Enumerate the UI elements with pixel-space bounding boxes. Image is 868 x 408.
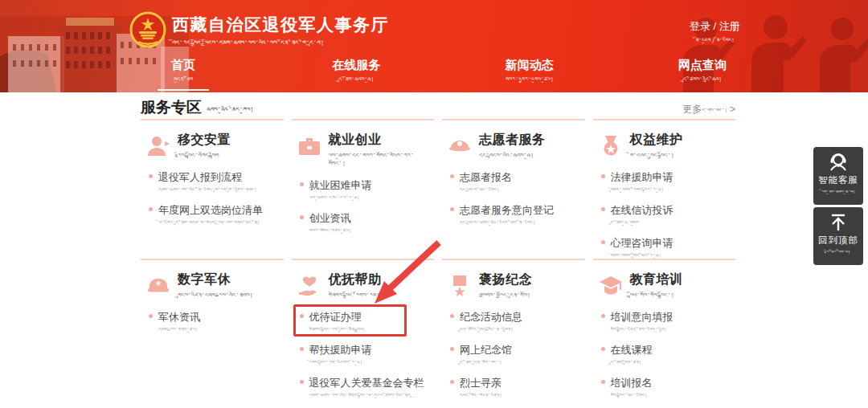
bullet-icon bbox=[300, 215, 304, 219]
card-links: 退役军人报到流程དམག་ཞབས་ལས་པའི་ཐོ་འགོད་བྱ་རིམ་གྱ… bbox=[149, 169, 279, 226]
service-card-1: 移交安置 རྩིས་སྤྲོད་བཀོད་སྒྲིག 退役军人报到流程དམག་ཞ… bbox=[141, 119, 284, 259]
link-label: 军休资讯 bbox=[158, 311, 200, 323]
card-link[interactable]: 心理咨询申请སེམས་ཁམས་གྲོས་མོལ་རེ་ཞུ། bbox=[601, 235, 731, 259]
nav-tibetan: དྲ་ཚིགས་འདྲི་ཞིབ། bbox=[677, 76, 728, 84]
link-label: 网上纪念馆 bbox=[460, 344, 512, 356]
nav-tibetan: དྲ་ཐོག་ཞབས་ཞུ། bbox=[330, 76, 382, 84]
volunteer-cap-icon bbox=[447, 133, 473, 159]
nav-label: 首页 bbox=[158, 58, 209, 73]
card-link[interactable]: 志愿者服务意向登记དང་བླངས་ཞབས་ཞུའི་འདོད་མོས་ཐོ་འག… bbox=[450, 202, 580, 226]
memorial-medal-icon bbox=[447, 273, 473, 299]
card-link[interactable]: 志愿者报名དང་བླངས་མིང་འགོད། bbox=[450, 169, 580, 194]
card-link[interactable]: 纪念活动信息དྲན་གསོའི་བྱེད་སྒོའི་ཆ་འཕྲིན། bbox=[450, 309, 580, 333]
link-label: 志愿者服务意向登记 bbox=[460, 204, 554, 216]
card-head: 褒扬纪念 བསྔགས་བརྗོད་དྲན་གསོ། bbox=[447, 271, 580, 300]
link-label: 帮扶援助申请 bbox=[309, 344, 372, 356]
bullet-icon bbox=[601, 314, 605, 318]
nav-item-online-services[interactable]: 在线服务 དྲ་ཐོག་ཞབས་ཞུ། bbox=[330, 58, 382, 91]
card-title-tibetan: སློབ་གསོ་གསོ་སྦྱོང་། bbox=[630, 292, 683, 300]
bullet-icon bbox=[450, 347, 454, 351]
card-title-tibetan: ལས་ཞུགས་དང་གསར་གཏོད་གཉིས་ཀར་གཏོང་། bbox=[329, 152, 430, 168]
link-label: 退役军人关爱基金会专栏 bbox=[309, 377, 424, 389]
bullet-icon bbox=[149, 314, 153, 318]
nav-label: 网点查询 bbox=[677, 58, 728, 73]
card-link[interactable]: 帮扶援助申请རོགས་སྐྱོར་རམ་འདེགས་རེ་ཞུ། bbox=[300, 342, 430, 366]
bullet-icon bbox=[450, 314, 454, 318]
card-link[interactable]: 优待证办理གཟིགས་སྐྱོང་ལག་ཁྱེར་བཟོ་སྒྲུབ། bbox=[300, 309, 430, 333]
nav-item-news[interactable]: 新闻动态 གསར་འགྱུར་འགུལ་ཚུལ། bbox=[504, 58, 555, 91]
link-label: 在线课程 bbox=[611, 344, 653, 356]
main-nav: 首页 མདུན་ཤོག 在线服务 དྲ་ཐོག་ཞབས་ཞུ། 新闻动态 གསར… bbox=[158, 58, 728, 91]
card-link[interactable]: 烈士寻亲དཔའ་བོའི་གཉེན་འཚོལ། bbox=[450, 375, 580, 399]
bullet-icon bbox=[300, 380, 304, 384]
nav-tibetan: གསར་འགྱུར་འགུལ་ཚུལ། bbox=[504, 76, 555, 84]
card-links: 志愿者报名དང་བླངས་མིང་འགོད།志愿者服务意向登记དང་བླངས་ཞ… bbox=[450, 169, 580, 226]
bullet-icon bbox=[601, 174, 605, 178]
card-links: 法律援助申请ཁྲིམས་ལུགས་རོགས་སྐྱོར་རེ་ཞུ།在线信访投诉… bbox=[601, 169, 731, 259]
briefcase-icon bbox=[297, 133, 322, 159]
card-link[interactable]: 网上纪念馆དྲ་ཐོག་དྲན་གསོ་ཁང་། bbox=[450, 342, 580, 366]
login-register-link[interactable]: 登录 / 注册 ཐོ་འཇུག / ཐོ་འགོད། bbox=[690, 19, 740, 44]
card-links: 就业困难申请ལས་ཞུགས་དཀའ་ངལ་རེ་ཞུ།创业资讯གསར་གཏོད་… bbox=[300, 177, 430, 235]
heart-hand-icon bbox=[297, 273, 322, 299]
link-label: 法律援助申请 bbox=[611, 171, 674, 183]
link-label: 纪念活动信息 bbox=[460, 311, 522, 323]
link-tibetan: གསོ་སྦྱོང་མིང་འགོད། bbox=[611, 393, 731, 399]
nav-item-branch-lookup[interactable]: 网点查询 དྲ་ཚིགས་འདྲི་ཞིབ། bbox=[677, 58, 728, 91]
link-tibetan: ལས་ཞུགས་དཀའ་ངལ་རེ་ཞུ། bbox=[309, 195, 430, 202]
site-title-tibetan: བོད་རང་སྐྱོང་ལྗོངས་དམག་ཞབས་ལས་པའི་ལས་དོན… bbox=[172, 39, 389, 47]
floating-widgets: 智能客服 རིག་ནུས་ཞབས་ཞུ་བ། 回到顶部 རྩེ་མོར་ལོག་… bbox=[813, 147, 863, 267]
card-head: 优抚帮助 གཟིགས་སྐྱོང་རོགས་རམ། bbox=[297, 271, 430, 300]
card-link[interactable]: 培训报名གསོ་སྦྱོང་མིང་འགོད། bbox=[601, 375, 731, 399]
card-link[interactable]: 军休资讯དམག་རྒས་གནས་ཚུལ། bbox=[149, 309, 279, 333]
card-title-tibetan: རྩིས་སྤྲོད་བཀོད་སྒྲིག bbox=[178, 152, 231, 160]
nav-item-home[interactable]: 首页 མདུན་ཤོག bbox=[158, 58, 209, 91]
site-title: 西藏自治区退役军人事务厅 bbox=[172, 14, 389, 36]
card-links: 军休资讯དམག་རྒས་གནས་ཚུལ། bbox=[149, 309, 279, 333]
card-link[interactable]: 创业资讯གསར་གཏོད་གནས་ཚུལ། bbox=[300, 210, 430, 235]
back-to-top-icon bbox=[828, 212, 849, 233]
card-title: 优抚帮助 bbox=[329, 271, 382, 288]
link-tibetan: དྲ་ཐོག་ཞུ་གཏུག bbox=[611, 220, 731, 226]
link-label: 志愿者报名 bbox=[460, 171, 512, 183]
card-link[interactable]: 退役军人报到流程དམག་ཞབས་ལས་པའི་ཐོ་འགོད་བྱ་རིམ་གྱ… bbox=[149, 169, 279, 194]
card-links: 优待证办理གཟིགས་སྐྱོང་ལག་ཁྱེར་བཟོ་སྒྲུབ།帮扶援助申… bbox=[300, 309, 430, 408]
service-card-2: 就业创业 ལས་ཞུགས་དང་གསར་གཏོད་གཉིས་ཀར་གཏོང་། … bbox=[292, 119, 435, 259]
card-title: 移交安置 bbox=[178, 132, 231, 149]
card-link[interactable]: 在线课程དྲ་ཐོག་སློབ་ཚན། bbox=[601, 342, 731, 366]
card-links: 纪念活动信息དྲན་གསོའི་བྱེད་སྒོའི་ཆ་འཕྲིན།网上纪念馆… bbox=[450, 309, 580, 408]
link-tibetan: དམག་རྒས་གནས་ཚུལ། bbox=[158, 327, 279, 333]
link-tibetan: གཟིགས་སྐྱོང་ལག་ཁྱེར་བཟོ་སྒྲུབ། bbox=[309, 327, 430, 333]
card-head: 移交安置 རྩིས་སྤྲོད་བཀོད་སྒྲིག bbox=[145, 132, 279, 160]
card-title-tibetan: གཟིགས་སྐྱོང་རོགས་རམ། bbox=[329, 292, 382, 300]
link-tibetan: གསོ་སྦྱོང་འདོད་མོས་འགེང་འབྲི། bbox=[611, 327, 731, 333]
section-title-text: 服务专区 bbox=[141, 99, 202, 116]
card-title: 褒扬纪念 bbox=[479, 271, 532, 288]
bullet-icon bbox=[601, 240, 605, 244]
more-link[interactable]: 更多དེ་བས་མང་། > bbox=[682, 103, 735, 116]
customer-service-icon bbox=[828, 152, 849, 173]
service-card-7: 褒扬纪念 བསྔགས་བརྗོད་དྲན་གསོ། 纪念活动信息དྲན་གསོའ… bbox=[442, 259, 585, 408]
link-label: 退役军人报到流程 bbox=[158, 171, 242, 183]
login-register-label: 登录 / 注册 bbox=[690, 19, 740, 34]
back-to-top-button[interactable]: 回到顶部 རྩེ་མོར་ལོག་པ། bbox=[813, 207, 863, 265]
card-link[interactable]: 在线信访投诉དྲ་ཐོག་ཞུ་གཏུག bbox=[601, 202, 731, 226]
card-link[interactable]: 就业困难申请ལས་ཞུགས་དཀའ་ངལ་རེ་ཞུ། bbox=[300, 177, 430, 202]
link-label: 培训报名 bbox=[611, 377, 653, 389]
link-tibetan: དང་བླངས་ཞབས་ཞུའི་འདོད་མོས་ཐོ་འགོད། bbox=[460, 220, 580, 226]
link-label: 优待证办理 bbox=[309, 311, 362, 323]
active-underline bbox=[330, 89, 382, 91]
card-link[interactable]: 退役军人关爱基金会专栏དམག་ཞབས་ལས་པའི་གཅེས་སྐྱོང་མ་ད… bbox=[300, 375, 430, 399]
smart-customer-service-button[interactable]: 智能客服 རིག་ནུས་ཞབས་ཞུ་བ། bbox=[813, 147, 863, 205]
card-head: 权益维护 ཁེ་དབང་སྲུང་སྐྱོང་། bbox=[598, 132, 731, 160]
nav-label: 新闻动态 bbox=[504, 58, 555, 73]
card-link[interactable]: 培训意向填报གསོ་སྦྱོང་འདོད་མོས་འགེང་འབྲི། bbox=[601, 309, 731, 333]
widget-label: 回到顶部 bbox=[813, 235, 863, 247]
card-link[interactable]: 年度网上双选岗位清单ལོ་འཁོར་དྲ་ཐོག་གདམ་ག་གཉིས་ལྡན་… bbox=[149, 202, 279, 226]
national-emblem-logo bbox=[129, 10, 167, 49]
link-label: 心理咨询申请 bbox=[611, 237, 674, 249]
card-title: 就业创业 bbox=[329, 132, 430, 149]
card-head: 教育培训 སློབ་གསོ་གསོ་སྦྱོང་། bbox=[598, 271, 731, 300]
link-label: 年度网上双选岗位清单 bbox=[158, 204, 263, 216]
card-link[interactable]: 法律援助申请ཁྲིམས་ལུགས་རོགས་སྐྱོར་རེ་ཞུ། bbox=[601, 169, 731, 194]
